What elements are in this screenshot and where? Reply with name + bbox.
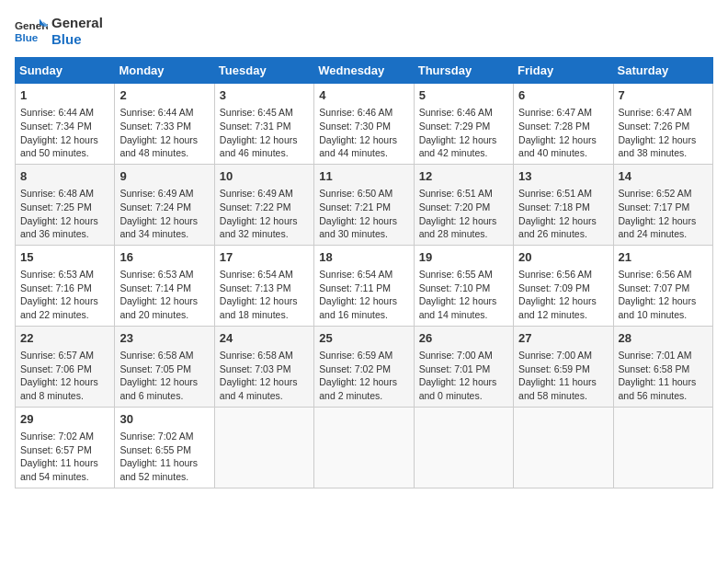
calendar-cell: 18Sunrise: 6:54 AMSunset: 7:11 PMDayligh… bbox=[314, 245, 414, 326]
sunset: Sunset: 6:57 PM bbox=[20, 444, 92, 455]
day-number: 16 bbox=[119, 249, 209, 266]
sunrise: Sunrise: 6:56 AM bbox=[518, 269, 592, 280]
col-thursday: Thursday bbox=[414, 58, 513, 84]
calendar-cell: 16Sunrise: 6:53 AMSunset: 7:14 PMDayligh… bbox=[115, 245, 214, 326]
calendar-row: 29Sunrise: 7:02 AMSunset: 6:57 PMDayligh… bbox=[16, 407, 713, 488]
calendar-cell: 19Sunrise: 6:55 AMSunset: 7:10 PMDayligh… bbox=[414, 245, 513, 326]
sunrise: Sunrise: 6:44 AM bbox=[119, 107, 193, 118]
sunrise: Sunrise: 6:57 AM bbox=[20, 350, 94, 361]
sunset: Sunset: 7:14 PM bbox=[119, 282, 191, 293]
calendar-header-row: Sunday Monday Tuesday Wednesday Thursday… bbox=[16, 58, 713, 84]
daylight: Daylight: 12 hours and 6 minutes. bbox=[119, 376, 198, 401]
sunset: Sunset: 7:09 PM bbox=[518, 282, 590, 293]
calendar-cell: 14Sunrise: 6:52 AMSunset: 7:17 PMDayligh… bbox=[613, 164, 712, 245]
calendar-cell: 3Sunrise: 6:45 AMSunset: 7:31 PMDaylight… bbox=[214, 84, 313, 165]
sunrise: Sunrise: 6:58 AM bbox=[220, 350, 293, 361]
calendar-row: 22Sunrise: 6:57 AMSunset: 7:06 PMDayligh… bbox=[16, 326, 713, 407]
calendar-cell: 13Sunrise: 6:51 AMSunset: 7:18 PMDayligh… bbox=[514, 164, 613, 245]
sunrise: Sunrise: 7:02 AM bbox=[119, 431, 193, 442]
sunset: Sunset: 7:28 PM bbox=[518, 121, 590, 132]
day-number: 2 bbox=[119, 87, 209, 104]
daylight: Daylight: 12 hours and 2 minutes. bbox=[319, 376, 397, 401]
sunset: Sunset: 7:11 PM bbox=[319, 282, 391, 293]
sunset: Sunset: 7:26 PM bbox=[619, 121, 690, 132]
calendar-cell: 24Sunrise: 6:58 AMSunset: 7:03 PMDayligh… bbox=[214, 326, 313, 407]
day-number: 22 bbox=[20, 330, 109, 347]
sunrise: Sunrise: 6:51 AM bbox=[518, 188, 592, 199]
sunset: Sunset: 7:16 PM bbox=[20, 282, 92, 293]
day-number: 8 bbox=[20, 168, 109, 185]
calendar-cell: 6Sunrise: 6:47 AMSunset: 7:28 PMDaylight… bbox=[514, 84, 613, 165]
sunrise: Sunrise: 6:46 AM bbox=[419, 107, 493, 118]
sunrise: Sunrise: 6:53 AM bbox=[20, 269, 94, 280]
sunrise: Sunrise: 6:59 AM bbox=[319, 350, 392, 361]
sunset: Sunset: 7:10 PM bbox=[419, 282, 491, 293]
calendar-cell: 29Sunrise: 7:02 AMSunset: 6:57 PMDayligh… bbox=[16, 407, 115, 488]
day-number: 24 bbox=[220, 330, 309, 347]
sunrise: Sunrise: 6:56 AM bbox=[619, 269, 692, 280]
calendar-cell: 17Sunrise: 6:54 AMSunset: 7:13 PMDayligh… bbox=[214, 245, 313, 326]
calendar-cell: 25Sunrise: 6:59 AMSunset: 7:02 PMDayligh… bbox=[314, 326, 414, 407]
sunset: Sunset: 7:13 PM bbox=[220, 282, 291, 293]
day-number: 30 bbox=[119, 411, 209, 428]
daylight: Daylight: 12 hours and 50 minutes. bbox=[20, 134, 98, 159]
sunset: Sunset: 7:07 PM bbox=[619, 282, 690, 293]
calendar-cell: 7Sunrise: 6:47 AMSunset: 7:26 PMDaylight… bbox=[613, 84, 712, 165]
sunset: Sunset: 7:17 PM bbox=[619, 201, 690, 213]
calendar-cell: 11Sunrise: 6:50 AMSunset: 7:21 PMDayligh… bbox=[314, 164, 414, 245]
calendar-cell bbox=[414, 407, 513, 488]
calendar-cell: 30Sunrise: 7:02 AMSunset: 6:55 PMDayligh… bbox=[115, 407, 214, 488]
sunset: Sunset: 7:29 PM bbox=[419, 121, 491, 132]
sunrise: Sunrise: 6:54 AM bbox=[220, 269, 293, 280]
day-number: 14 bbox=[619, 168, 708, 185]
sunset: Sunset: 7:20 PM bbox=[419, 201, 491, 213]
sunrise: Sunrise: 7:02 AM bbox=[20, 431, 94, 442]
daylight: Daylight: 12 hours and 24 minutes. bbox=[619, 215, 697, 240]
daylight: Daylight: 12 hours and 28 minutes. bbox=[419, 215, 497, 240]
day-number: 5 bbox=[419, 87, 508, 104]
calendar-cell: 9Sunrise: 6:49 AMSunset: 7:24 PMDaylight… bbox=[115, 164, 214, 245]
daylight: Daylight: 12 hours and 34 minutes. bbox=[119, 215, 198, 240]
daylight: Daylight: 12 hours and 20 minutes. bbox=[119, 295, 198, 320]
calendar-cell: 26Sunrise: 7:00 AMSunset: 7:01 PMDayligh… bbox=[414, 326, 513, 407]
daylight: Daylight: 12 hours and 14 minutes. bbox=[419, 295, 497, 320]
col-saturday: Saturday bbox=[613, 58, 712, 84]
daylight: Daylight: 11 hours and 56 minutes. bbox=[619, 376, 697, 401]
daylight: Daylight: 12 hours and 4 minutes. bbox=[220, 376, 298, 401]
daylight: Daylight: 12 hours and 12 minutes. bbox=[518, 295, 597, 320]
sunset: Sunset: 7:21 PM bbox=[319, 201, 391, 213]
sunrise: Sunrise: 6:51 AM bbox=[419, 188, 493, 199]
daylight: Daylight: 12 hours and 0 minutes. bbox=[419, 376, 497, 401]
calendar-cell: 28Sunrise: 7:01 AMSunset: 6:58 PMDayligh… bbox=[613, 326, 712, 407]
col-sunday: Sunday bbox=[16, 58, 115, 84]
svg-text:Blue: Blue bbox=[15, 31, 39, 43]
sunset: Sunset: 7:24 PM bbox=[119, 201, 191, 213]
day-number: 7 bbox=[619, 87, 708, 104]
daylight: Daylight: 12 hours and 26 minutes. bbox=[518, 215, 597, 240]
sunset: Sunset: 7:31 PM bbox=[220, 121, 291, 132]
day-number: 17 bbox=[220, 249, 309, 266]
sunrise: Sunrise: 6:47 AM bbox=[518, 107, 592, 118]
calendar-cell bbox=[214, 407, 313, 488]
daylight: Daylight: 11 hours and 54 minutes. bbox=[20, 457, 98, 482]
logo-icon: General Blue bbox=[15, 15, 48, 48]
col-friday: Friday bbox=[514, 58, 613, 84]
day-number: 27 bbox=[518, 330, 608, 347]
calendar-cell: 8Sunrise: 6:48 AMSunset: 7:25 PMDaylight… bbox=[16, 164, 115, 245]
sunrise: Sunrise: 6:49 AM bbox=[220, 188, 293, 199]
day-number: 3 bbox=[220, 87, 309, 104]
calendar-cell: 2Sunrise: 6:44 AMSunset: 7:33 PMDaylight… bbox=[115, 84, 214, 165]
sunrise: Sunrise: 6:46 AM bbox=[319, 107, 392, 118]
calendar-cell bbox=[514, 407, 613, 488]
calendar-cell: 23Sunrise: 6:58 AMSunset: 7:05 PMDayligh… bbox=[115, 326, 214, 407]
daylight: Daylight: 12 hours and 44 minutes. bbox=[319, 134, 397, 159]
sunset: Sunset: 7:30 PM bbox=[319, 121, 391, 132]
sunrise: Sunrise: 6:45 AM bbox=[220, 107, 293, 118]
day-number: 18 bbox=[319, 249, 408, 266]
calendar-cell: 15Sunrise: 6:53 AMSunset: 7:16 PMDayligh… bbox=[16, 245, 115, 326]
logo-blue: Blue bbox=[51, 31, 103, 48]
calendar-cell bbox=[613, 407, 712, 488]
sunrise: Sunrise: 6:55 AM bbox=[419, 269, 493, 280]
col-tuesday: Tuesday bbox=[214, 58, 313, 84]
sunset: Sunset: 7:18 PM bbox=[518, 201, 590, 213]
